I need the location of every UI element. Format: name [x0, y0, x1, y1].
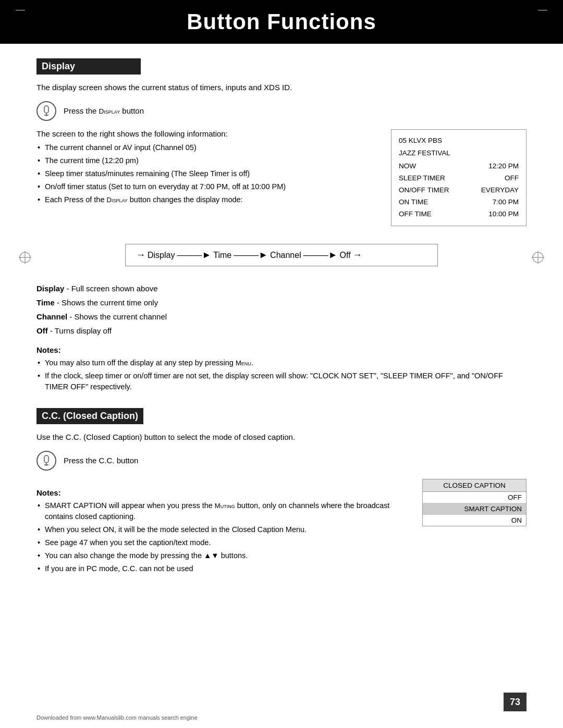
flow-arrow-2: ►: [202, 250, 211, 261]
flow-line-3: ———: [303, 251, 328, 260]
cc-notes-title: Notes:: [36, 488, 412, 497]
cc-press-text: Press the C.C. button: [64, 456, 138, 465]
display-button-name: Display: [99, 107, 120, 115]
display-info-box: 05 KLVX PBS JAZZ FESTIVAL NOW 12:20 PM S…: [391, 129, 527, 227]
flow-arrow-1: →: [136, 250, 145, 261]
def-time: Time - Shows the current time only: [36, 297, 527, 308]
display-two-col: The screen to the right shows the follow…: [36, 129, 527, 227]
page-title: Button Functions: [21, 9, 542, 34]
info-line2: JAZZ FESTIVAL: [399, 147, 519, 159]
info-row-sleep: SLEEP TIMER OFF: [399, 172, 519, 184]
footer-text: Downloaded from www.Manualslib.com manua…: [36, 714, 198, 721]
flow-arrow-4: ►: [328, 250, 338, 261]
flow-diagram: → Display ——— ► Time ——— ► Channel ——— ►…: [125, 244, 438, 266]
cc-note-1: SMART CAPTION will appear when you press…: [36, 500, 412, 522]
display-press-row: Press the Display button: [36, 101, 527, 121]
bullet-1: The current channel or AV input (Channel…: [36, 142, 381, 153]
display-notes-title: Notes:: [36, 346, 527, 354]
cc-section-title: C.C. (Closed Caption): [36, 408, 143, 424]
cc-intro: Use the C.C. (Closed Caption) button to …: [36, 431, 527, 443]
page-footer: Downloaded from www.Manualslib.com manua…: [36, 714, 198, 721]
screen-intro: The screen to the right shows the follow…: [36, 129, 381, 138]
display-section: Display The display screen shows the cur…: [36, 58, 527, 392]
display-notes: Notes: You may also turn off the display…: [36, 346, 527, 392]
cc-note-4: You can also change the mode by pressing…: [36, 550, 412, 561]
def-off: Off - Turns display off: [36, 325, 527, 336]
cc-left-col: Notes: SMART CAPTION will appear when yo…: [36, 479, 412, 584]
info-row-now: NOW 12:20 PM: [399, 161, 519, 172]
display-left-col: The screen to the right shows the follow…: [36, 129, 381, 227]
cc-notes: Notes: SMART CAPTION will appear when yo…: [36, 488, 412, 574]
cc-note-5: If you are in PC mode, C.C. can not be u…: [36, 563, 412, 574]
cc-notes-list: SMART CAPTION will appear when you press…: [36, 500, 412, 574]
display-bullets: The current channel or AV input (Channel…: [36, 142, 381, 205]
display-press-text: Press the Display button: [64, 106, 144, 115]
definitions: Display - Full screen shown above Time -…: [36, 283, 527, 336]
svg-rect-0: [44, 106, 48, 113]
cc-two-col: Notes: SMART CAPTION will appear when yo…: [36, 479, 527, 584]
cc-note-2: When you select ON, it will be the mode …: [36, 524, 412, 535]
cc-section: C.C. (Closed Caption) Use the C.C. (Clos…: [36, 408, 527, 584]
info-row-onoff: ON/OFF TIMER EVERYDAY: [399, 184, 519, 196]
svg-rect-3: [44, 455, 48, 463]
flow-item-channel: Channel: [270, 251, 301, 260]
crosshair-right-top: [531, 250, 545, 266]
def-display: Display - Full screen shown above: [36, 283, 527, 294]
display-note-2: If the clock, sleep timer or on/off time…: [36, 371, 527, 392]
flow-item-off: Off: [340, 251, 351, 260]
def-channel: Channel - Shows the current channel: [36, 311, 527, 322]
flow-arrow-3: ►: [259, 250, 268, 261]
crosshair-left-top: [18, 250, 32, 266]
bullet-2: The current time (12:20 pm): [36, 155, 381, 166]
display-section-title: Display: [36, 58, 141, 75]
cc-right-col: CLOSED CAPTION OFF SMART CAPTION ON: [422, 479, 527, 584]
flow-line-1: ———: [177, 251, 202, 260]
bullet-5: Each Press of the Display button changes…: [36, 194, 381, 205]
bullet-4: On/off timer status (Set to turn on ever…: [36, 181, 381, 192]
info-row-ontime: ON TIME 7:00 PM: [399, 196, 519, 208]
flow-line-2: ———: [234, 251, 259, 260]
flow-item-display: Display: [148, 251, 175, 260]
display-intro: The display screen shows the current sta…: [36, 82, 527, 94]
display-info-box-col: 05 KLVX PBS JAZZ FESTIVAL NOW 12:20 PM S…: [391, 129, 527, 227]
remote-icon-cc: [36, 451, 56, 471]
display-note-1: You may also turn off the display at any…: [36, 357, 527, 368]
display-notes-list: You may also turn off the display at any…: [36, 357, 527, 392]
page-number: 73: [504, 693, 527, 711]
info-row-offtime: OFF TIME 10:00 PM: [399, 208, 519, 220]
corner-mark-tr: —: [538, 4, 547, 15]
cc-box-header: CLOSED CAPTION: [423, 479, 526, 492]
cc-box: CLOSED CAPTION OFF SMART CAPTION ON: [422, 479, 527, 526]
flow-item-time: Time: [213, 251, 231, 260]
bullet-3: Sleep timer status/minutes remaining (Th…: [36, 168, 381, 179]
info-line1: 05 KLVX PBS: [399, 135, 519, 147]
cc-press-row: Press the C.C. button: [36, 451, 527, 471]
flow-arrow-5: →: [353, 250, 362, 261]
remote-icon-display: [36, 101, 56, 121]
cc-row-on: ON: [423, 515, 526, 526]
page-header: Button Functions: [0, 0, 563, 44]
corner-mark-tl: —: [16, 4, 25, 15]
cc-note-3: See page 47 when you set the caption/tex…: [36, 537, 412, 548]
cc-row-smart: SMART CAPTION: [423, 503, 526, 515]
cc-row-off: OFF: [423, 492, 526, 503]
